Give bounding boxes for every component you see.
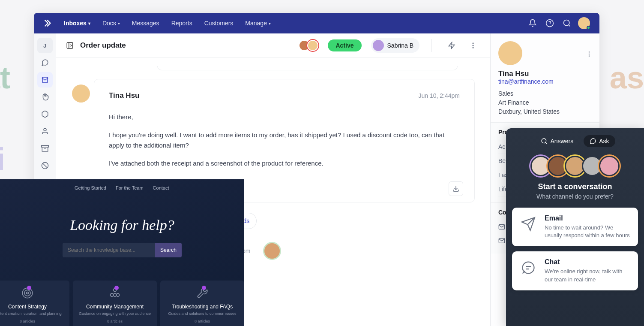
envelope-icon <box>498 237 505 244</box>
help-nav-item[interactable]: For the Team <box>116 185 144 190</box>
channel-email-card[interactable]: EmailNo time to wait around? We usually … <box>512 208 638 246</box>
help-nav-item[interactable]: Getting Started <box>75 185 106 190</box>
rail-person-icon[interactable] <box>37 124 53 139</box>
svg-point-7 <box>473 42 474 44</box>
svg-point-13 <box>589 55 590 57</box>
rail-archive-icon[interactable] <box>37 141 53 156</box>
bell-icon[interactable] <box>525 15 540 31</box>
user-avatar[interactable] <box>576 15 592 31</box>
widget-title: Start a conversation <box>506 182 644 191</box>
profile-avatar <box>498 41 522 65</box>
profile-email[interactable]: tina@artfinance.com <box>498 78 592 85</box>
search-icon[interactable] <box>559 15 575 31</box>
rail-block-icon[interactable] <box>37 158 53 173</box>
profile-company: Art Finance <box>498 98 592 107</box>
svg-point-22 <box>117 293 120 296</box>
svg-point-9 <box>473 47 474 48</box>
svg-point-20 <box>111 293 114 296</box>
chat-icon <box>590 138 596 145</box>
svg-point-18 <box>27 292 29 294</box>
profile-more-icon[interactable] <box>586 51 593 59</box>
message-timestamp: Jun 10, 2:44pm <box>418 92 460 99</box>
widget-subtitle: What channel do you prefer? <box>506 193 644 200</box>
envelope-icon <box>498 223 505 230</box>
svg-point-16 <box>22 288 32 298</box>
rail-chat-icon[interactable] <box>37 55 53 70</box>
help-search-button[interactable]: Search <box>155 243 182 257</box>
top-nav: Inboxes▾ Docs▾ Messages Reports Customer… <box>34 13 599 33</box>
chevron-down-icon: ▾ <box>269 21 271 26</box>
svg-point-23 <box>542 139 546 143</box>
channel-chat-card[interactable]: ChatWe're online right now, talk with ou… <box>512 251 638 290</box>
collapse-sidebar-icon[interactable] <box>66 41 74 50</box>
logo[interactable] <box>42 17 54 29</box>
help-title: Looking for help? <box>0 217 244 233</box>
chat-bubbles-icon <box>519 258 538 277</box>
nav-reports[interactable]: Reports <box>166 13 198 33</box>
conversation-title: Order update <box>80 41 126 50</box>
nav-messages[interactable]: Messages <box>127 13 165 33</box>
messaging-widget: Answers Ask Start a conversation What ch… <box>506 128 644 326</box>
profile-role: Sales <box>498 89 592 98</box>
widget-tab-answers[interactable]: Answers <box>535 135 579 147</box>
svg-point-17 <box>24 290 30 296</box>
help-card[interactable]: Community ManagementGuidance on engaging… <box>73 281 157 326</box>
nav-manage[interactable]: Manage▾ <box>240 13 276 33</box>
svg-point-12 <box>589 54 590 55</box>
message-body: Hi there, I hope you're doing well. I wa… <box>109 112 460 169</box>
assignee-pill[interactable]: Sabrina B <box>371 38 419 53</box>
rail-chart-icon[interactable] <box>37 106 53 122</box>
wrench-icon <box>196 287 209 299</box>
help-nav-item[interactable]: Contact <box>153 185 169 190</box>
bolt-icon[interactable] <box>444 38 459 53</box>
svg-point-8 <box>473 45 474 46</box>
svg-point-21 <box>114 293 117 296</box>
nav-inboxes[interactable]: Inboxes▾ <box>59 13 96 33</box>
reply-avatar <box>263 242 281 260</box>
rail-hand-icon[interactable] <box>37 89 53 105</box>
rail-inbox-icon[interactable] <box>37 72 53 88</box>
help-card[interactable]: Content StrategyContent creation, curati… <box>0 281 69 326</box>
customer-profile: Tina Hsu tina@artfinance.com Sales Art F… <box>491 33 599 122</box>
message-sender: Tina Hsu <box>109 91 139 100</box>
download-icon[interactable] <box>449 181 463 196</box>
nav-customers[interactable]: Customers <box>199 13 239 33</box>
rail-workspace[interactable]: J <box>37 38 53 53</box>
participant-avatars[interactable] <box>301 40 318 51</box>
assignee-name: Sabrina B <box>387 42 413 49</box>
target-icon <box>21 287 34 299</box>
people-icon <box>108 287 121 299</box>
help-card[interactable]: Troubleshooting and FAQsGuides and solut… <box>160 281 244 326</box>
help-icon[interactable] <box>542 15 557 31</box>
prev-message-fragment <box>157 66 458 70</box>
chevron-down-icon: ▾ <box>88 21 90 26</box>
paper-plane-icon <box>519 214 538 233</box>
help-search-input[interactable] <box>63 243 155 257</box>
svg-point-11 <box>589 51 590 53</box>
conversation-header: Order update Active Sabrina B <box>56 33 490 57</box>
nav-docs[interactable]: Docs▾ <box>97 13 125 33</box>
status-pill[interactable]: Active <box>328 39 361 51</box>
help-nav: Getting Started For the Team Contact <box>0 179 244 190</box>
chevron-down-icon: ▾ <box>118 21 120 26</box>
profile-location: Duxbury, United States <box>498 107 592 116</box>
team-avatars <box>506 156 644 176</box>
message-avatar <box>72 85 90 103</box>
svg-point-1 <box>564 20 569 26</box>
profile-name: Tina Hsu <box>498 69 592 78</box>
help-center-overlay: Getting Started For the Team Contact Loo… <box>0 179 244 326</box>
more-vertical-icon[interactable] <box>465 38 481 53</box>
search-icon <box>541 138 548 145</box>
widget-tab-ask[interactable]: Ask <box>584 135 615 147</box>
